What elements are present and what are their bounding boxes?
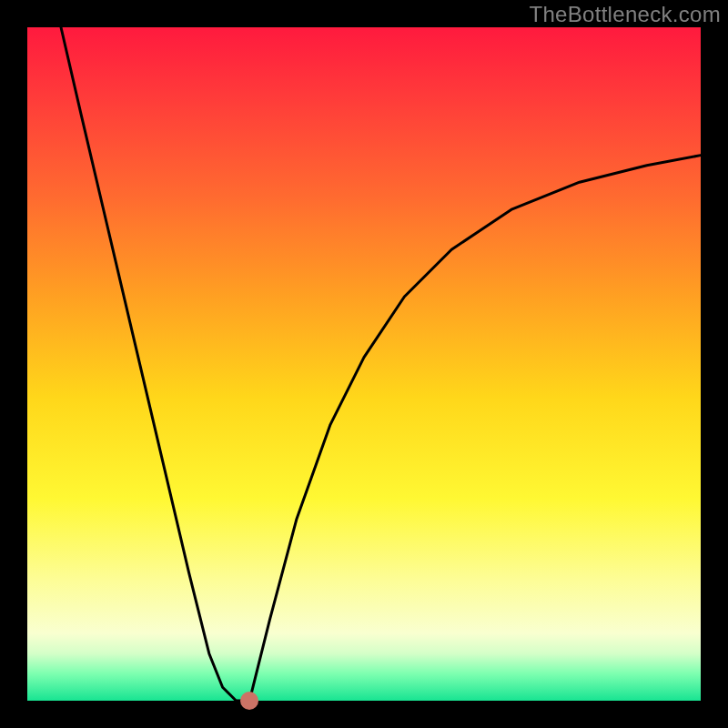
watermark-text: TheBottleneck.com	[529, 2, 721, 27]
optimum-marker-dot	[240, 692, 258, 710]
bottleneck-curve	[27, 27, 701, 701]
chart-plot-area	[27, 27, 701, 701]
